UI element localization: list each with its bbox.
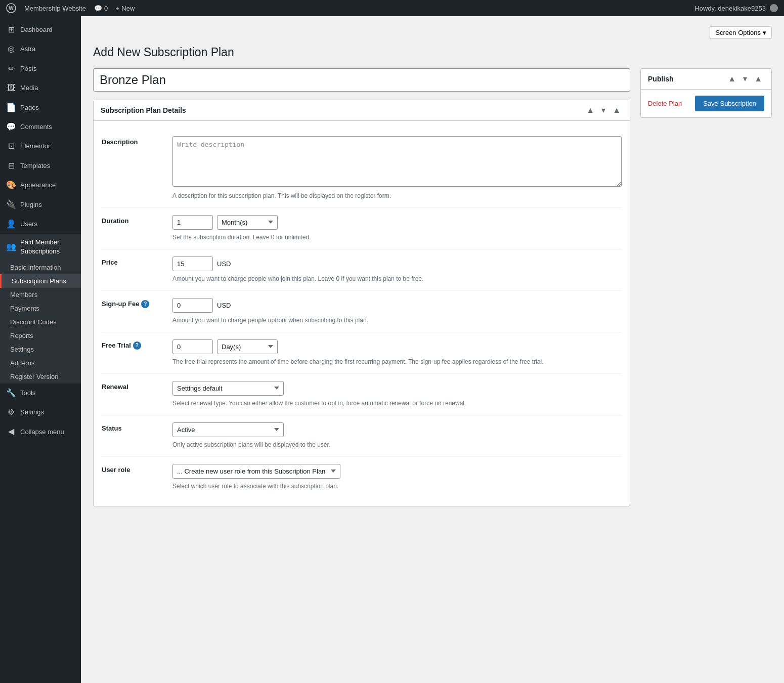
sidebar-label-elementor: Elementor [20, 142, 75, 151]
metabox-header: Subscription Plan Details ▲ ▾ ▲ [94, 100, 630, 121]
free-trial-value-input[interactable] [172, 339, 213, 354]
sidebar-submenu-register-version[interactable]: Register Version [0, 370, 81, 383]
sidebar-item-settings[interactable]: ⚙ Settings [0, 403, 81, 422]
screen-options-button[interactable]: Screen Options ▾ [710, 26, 772, 39]
sidebar-submenu-payments[interactable]: Payments [0, 302, 81, 315]
sidebar-submenu-members[interactable]: Members [0, 288, 81, 302]
new-link[interactable]: + New [116, 5, 135, 12]
elementor-icon: ⊡ [6, 141, 16, 152]
publish-header: Publish ▲ ▾ ▲ [641, 69, 771, 90]
save-subscription-button[interactable]: Save Subscription [695, 96, 764, 111]
sidebar-label-plugins: Plugins [20, 200, 75, 209]
screen-options-bar: Screen Options ▾ [93, 26, 772, 39]
status-select[interactable]: Active Inactive [172, 422, 284, 437]
sidebar-label-collapse: Collapse menu [20, 428, 75, 437]
metabox-collapse-down-button[interactable]: ▾ [599, 105, 607, 115]
sidebar-item-posts[interactable]: ✏ Posts [0, 59, 81, 78]
sidebar-label-paid-member: Paid Member Subscriptions [20, 238, 75, 256]
free-trial-help-icon[interactable]: ? [133, 342, 141, 350]
delete-plan-link[interactable]: Delete Plan [648, 100, 682, 107]
signup-fee-label: Sign-up Fee ? [102, 298, 162, 308]
sidebar-submenu-reports[interactable]: Reports [0, 329, 81, 343]
status-help: Only active subscription plans will be d… [172, 440, 622, 449]
publish-collapse-down-button[interactable]: ▾ [741, 74, 749, 84]
sidebar-item-collapse[interactable]: ◀ Collapse menu [0, 422, 81, 441]
page-title: Add New Subscription Plan [93, 45, 772, 60]
renewal-select[interactable]: Settings default Auto renew Manual renew… [172, 381, 284, 396]
price-value-input[interactable] [172, 257, 213, 271]
duration-help: Set the subscription duration. Leave 0 f… [172, 233, 622, 242]
collapse-icon: ◀ [6, 426, 16, 437]
plan-name-input[interactable] [93, 68, 630, 92]
form-row-description: Description A description for this subsc… [102, 129, 622, 208]
screen-options-chevron: ▾ [763, 29, 766, 36]
metabox-toggle-button[interactable]: ▲ [611, 105, 623, 115]
main-layout: ⊞ Dashboard ◎ Astra ✏ Posts 🖼 Media 📄 Pa… [0, 16, 784, 683]
form-row-price: Price USD Amount you want to charge peop… [102, 249, 622, 291]
sidebar-item-comments[interactable]: 💬 Comments [0, 117, 81, 137]
users-icon: 👤 [6, 219, 16, 230]
wp-logo-item[interactable]: W [6, 3, 16, 13]
user-avatar [770, 4, 778, 12]
publish-metabox: Publish ▲ ▾ ▲ Delete Plan Save Subscript… [640, 68, 772, 118]
publish-toggle-button[interactable]: ▲ [752, 74, 764, 84]
pages-icon: 📄 [6, 102, 16, 113]
publish-collapse-up-button[interactable]: ▲ [726, 74, 738, 84]
price-input-group: USD [172, 257, 622, 271]
sidebar-item-elementor[interactable]: ⊡ Elementor [0, 137, 81, 156]
sidebar-item-pages[interactable]: 📄 Pages [0, 98, 81, 117]
howdy-text: Howdy, denekikake9253 [694, 5, 766, 12]
form-row-renewal: Renewal Settings default Auto renew Manu… [102, 374, 622, 415]
posts-icon: ✏ [6, 63, 16, 74]
metabox-collapse-up-button[interactable]: ▲ [584, 105, 596, 115]
comments-link[interactable]: 💬 0 [94, 5, 108, 12]
sidebar-item-media[interactable]: 🖼 Media [0, 78, 81, 98]
content-row: Subscription Plan Details ▲ ▾ ▲ Descript… [93, 68, 772, 515]
publish-body: Delete Plan Save Subscription [641, 90, 771, 117]
sidebar-submenu-basic-info[interactable]: Basic Information [0, 261, 81, 274]
description-textarea[interactable] [172, 136, 622, 187]
sidebar-submenu-subscription-plans[interactable]: Subscription Plans [0, 274, 81, 288]
sidebar-submenu-discount-codes[interactable]: Discount Codes [0, 315, 81, 329]
sidebar-label-comments: Comments [20, 122, 75, 132]
screen-options-label: Screen Options [715, 29, 761, 36]
publish-controls: ▲ ▾ ▲ [726, 74, 764, 84]
sidebar-item-astra[interactable]: ◎ Astra [0, 39, 81, 59]
sidebar-item-users[interactable]: 👤 Users [0, 215, 81, 234]
signup-fee-value-input[interactable] [172, 298, 213, 313]
content-sidebar: Publish ▲ ▾ ▲ Delete Plan Save Subscript… [640, 68, 772, 118]
site-name[interactable]: Membership Website [24, 5, 86, 12]
sidebar-submenu-addons[interactable]: Add-ons [0, 356, 81, 370]
sidebar-item-paid-member[interactable]: 👥 Paid Member Subscriptions [0, 234, 81, 260]
sidebar-item-dashboard[interactable]: ⊞ Dashboard [0, 20, 81, 39]
description-field: A description for this subscription plan… [172, 136, 622, 200]
renewal-label: Renewal [102, 381, 162, 391]
renewal-field: Settings default Auto renew Manual renew… [172, 381, 622, 408]
duration-label: Duration [102, 215, 162, 225]
tools-icon: 🔧 [6, 388, 16, 399]
duration-value-input[interactable] [172, 215, 213, 230]
dashboard-icon: ⊞ [6, 24, 16, 35]
free-trial-help: The free trial represents the amount of … [172, 357, 622, 366]
sidebar: ⊞ Dashboard ◎ Astra ✏ Posts 🖼 Media 📄 Pa… [0, 16, 81, 683]
duration-field: Month(s) Day(s) Year(s) Set the subscrip… [172, 215, 622, 242]
sidebar-submenu-settings[interactable]: Settings [0, 343, 81, 356]
metabox-title: Subscription Plan Details [101, 106, 584, 114]
description-help: A description for this subscription plan… [172, 191, 622, 200]
form-row-duration: Duration Month(s) Day(s) Year(s) [102, 208, 622, 249]
sidebar-item-plugins[interactable]: 🔌 Plugins [0, 195, 81, 215]
sidebar-item-appearance[interactable]: 🎨 Appearance [0, 176, 81, 195]
plugins-icon: 🔌 [6, 199, 16, 210]
sidebar-label-users: Users [20, 220, 75, 229]
top-bar-left: W Membership Website 💬 0 + New [6, 3, 686, 13]
sidebar-item-tools[interactable]: 🔧 Tools [0, 383, 81, 403]
comments-icon: 💬 [6, 121, 16, 133]
user-role-select[interactable]: ... Create new user role from this Subsc… [172, 464, 340, 479]
sidebar-label-tools: Tools [20, 389, 75, 398]
paid-member-icon: 👥 [6, 241, 16, 252]
free-trial-unit-select[interactable]: Day(s) Month(s) Year(s) [217, 339, 278, 354]
sidebar-item-templates[interactable]: ⊟ Templates [0, 156, 81, 176]
duration-unit-select[interactable]: Month(s) Day(s) Year(s) [217, 215, 278, 230]
signup-fee-help-icon[interactable]: ? [141, 300, 149, 308]
content-main: Subscription Plan Details ▲ ▾ ▲ Descript… [93, 68, 630, 515]
